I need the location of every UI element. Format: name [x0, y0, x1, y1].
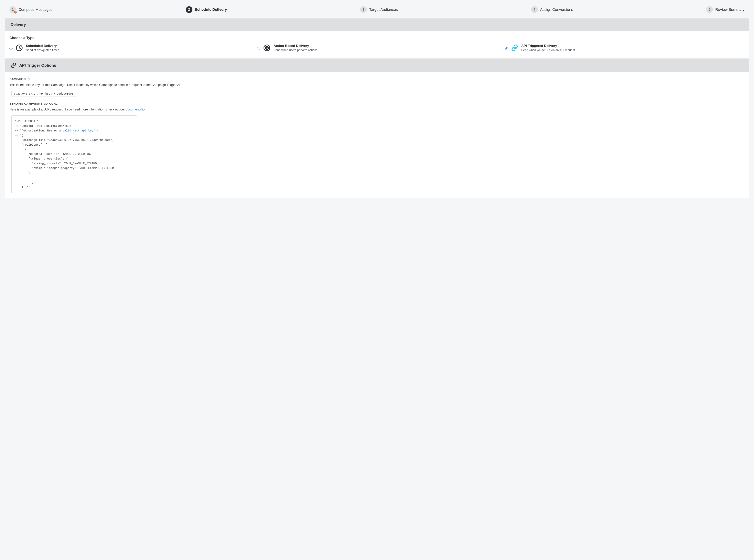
code-line: "trigger_properties": {	[15, 157, 68, 160]
step-label: Compose Messages	[18, 7, 53, 12]
step-label: Review Summary	[715, 7, 745, 12]
code-line: }' \	[15, 185, 28, 188]
code-line: -d '{	[15, 134, 23, 137]
code-line: ' \	[93, 129, 98, 132]
code-line: "recipients": [	[15, 143, 47, 146]
option-title: API-Triggered Delivery	[521, 44, 575, 48]
delivery-section-header: Delivery	[5, 18, 749, 31]
step-target-audiences[interactable]: 3 Target Audiences	[360, 6, 398, 13]
option-title: Action-Based Delivery	[273, 44, 317, 48]
api-trigger-section-header: API Trigger Options	[5, 58, 749, 72]
step-number-value: 3	[363, 8, 364, 12]
option-desc: Send at designated times	[26, 48, 59, 52]
code-line: -H 'Authorization: Bearer	[15, 129, 59, 132]
api-trigger-section-body: CAMPAIGN ID This is the unique key for t…	[5, 72, 749, 198]
step-number-value: 2	[188, 8, 190, 12]
curl-desc-suffix: .	[147, 108, 147, 111]
option-desc: Send when you tell us via an API request	[521, 48, 575, 52]
curl-section-label: SENDING CAMPAIGNS VIA CURL	[9, 102, 745, 105]
code-line: "example_integer_property": YOUR_EXAMPLE…	[15, 166, 114, 170]
campaign-id-value[interactable]: 3aaca940-673e-7454-b593-77d0d20c3001	[12, 91, 76, 97]
step-schedule-delivery[interactable]: 2 Schedule Delivery	[186, 6, 227, 13]
step-number-2: 2	[186, 6, 192, 13]
curl-desc-text: Here is an example of a cURL request. If…	[9, 108, 126, 111]
warning-icon: !	[14, 11, 17, 14]
delivery-title: Delivery	[11, 22, 26, 27]
target-icon	[263, 44, 271, 52]
step-label: Target Audiences	[369, 7, 398, 12]
delivery-radio-api-triggered[interactable]	[505, 47, 508, 50]
campaign-id-label: CAMPAIGN ID	[9, 77, 745, 81]
delivery-radio-scheduled[interactable]	[9, 47, 13, 50]
code-line: "string_property": YOUR_EXAMPLE_STRING,	[15, 162, 98, 165]
step-label: Schedule Delivery	[195, 7, 227, 12]
step-number-value: 4	[534, 8, 535, 12]
code-line: "external_user_id": TARGETED_USER_ID,	[15, 153, 92, 156]
step-compose-messages[interactable]: 1 ! Compose Messages	[9, 6, 53, 13]
step-number-value: 1	[12, 8, 14, 12]
step-number-1: 1 !	[9, 6, 16, 13]
documentation-link[interactable]: documentation	[126, 108, 147, 111]
option-desc: Send when users perform actions	[273, 48, 317, 52]
campaign-id-description: This is the unique key for this Campaign…	[9, 83, 745, 87]
delivery-option-action-based[interactable]: Action-Based Delivery Send when users pe…	[257, 44, 497, 52]
api-key-link[interactable]: a valid rest api key	[59, 129, 93, 132]
delivery-type-options: Scheduled Delivery Send at designated ti…	[9, 44, 745, 52]
delivery-option-scheduled[interactable]: Scheduled Delivery Send at designated ti…	[9, 44, 249, 52]
code-line: }	[15, 171, 30, 175]
code-line: }	[15, 176, 27, 179]
step-number-5: 5	[706, 6, 713, 13]
code-line: -H 'Content-Type:application/json' \	[15, 124, 76, 127]
step-label: Assign Conversions	[540, 7, 573, 12]
svg-point-3	[267, 47, 267, 48]
clock-icon	[15, 44, 23, 52]
step-number-3: 3	[360, 6, 367, 13]
delivery-option-api-triggered[interactable]: API-Triggered Delivery Send when you tel…	[505, 44, 745, 52]
curl-description: Here is an example of a cURL request. If…	[9, 107, 745, 112]
step-review-summary[interactable]: 5 Review Summary	[706, 6, 745, 13]
api-trigger-title: API Trigger Options	[19, 63, 56, 68]
step-number-value: 5	[709, 8, 710, 12]
delivery-radio-action-based[interactable]	[257, 47, 260, 50]
curl-code-block[interactable]: curl -X POST \ -H 'Content-Type:applicat…	[12, 115, 137, 193]
code-line: {	[15, 148, 27, 151]
wizard-stepper: 1 ! Compose Messages 2 Schedule Delivery…	[5, 5, 749, 18]
link-icon	[511, 44, 519, 52]
code-line: ]	[15, 181, 34, 184]
step-number-4: 4	[531, 6, 538, 13]
step-assign-conversions[interactable]: 4 Assign Conversions	[531, 6, 573, 13]
choose-type-label: Choose a Type	[9, 36, 745, 40]
option-title: Scheduled Delivery	[26, 44, 59, 48]
delivery-section-body: Choose a Type Scheduled Delivery Send at…	[5, 31, 749, 58]
code-line: curl -X POST \	[15, 120, 39, 123]
code-line: "campaign_id": "3aaca940-673e-7454-b593-…	[15, 139, 114, 142]
link-icon	[11, 62, 17, 68]
